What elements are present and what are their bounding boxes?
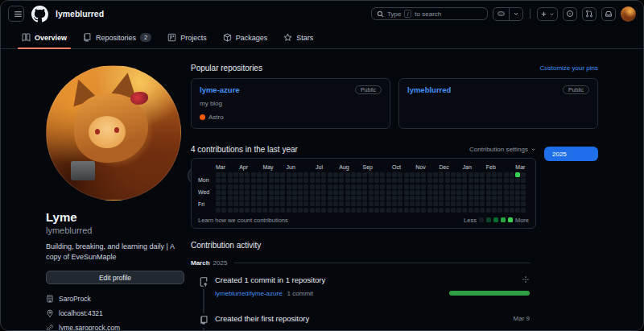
contribution-cell[interactable] <box>269 208 274 213</box>
contribution-cell[interactable] <box>275 196 279 201</box>
contribution-cell[interactable] <box>451 208 456 213</box>
contribution-cell[interactable] <box>410 208 415 213</box>
contribution-cell[interactable] <box>521 196 526 201</box>
contribution-cell[interactable] <box>445 201 450 206</box>
contribution-cell[interactable] <box>510 208 514 213</box>
contribution-cell[interactable] <box>427 184 432 189</box>
contribution-cell[interactable] <box>362 172 367 177</box>
contribution-cell[interactable] <box>427 178 432 183</box>
contribution-cell[interactable] <box>510 178 514 183</box>
contribution-cell[interactable] <box>392 190 397 195</box>
contribution-cell[interactable] <box>474 184 479 189</box>
contribution-cell[interactable] <box>404 178 409 183</box>
contribution-cell[interactable] <box>380 190 385 195</box>
contribution-cell[interactable] <box>445 190 450 195</box>
contribution-cell[interactable] <box>275 201 279 206</box>
contribution-cell[interactable] <box>433 172 438 177</box>
contribution-cell[interactable] <box>410 172 415 177</box>
contribution-cell[interactable] <box>374 201 379 206</box>
contribution-cell[interactable] <box>328 201 332 206</box>
contribution-cell[interactable] <box>421 184 426 189</box>
contribution-cell[interactable] <box>480 184 485 189</box>
contribution-cell[interactable] <box>451 196 456 201</box>
contribution-cell[interactable] <box>369 172 374 177</box>
contribution-cell[interactable] <box>369 196 374 201</box>
contribution-cell[interactable] <box>521 208 526 213</box>
contribution-cell[interactable] <box>362 208 367 213</box>
contribution-cell[interactable] <box>445 196 450 201</box>
contribution-cell[interactable] <box>486 190 491 195</box>
contribution-cell[interactable] <box>280 172 285 177</box>
contribution-cell[interactable] <box>521 201 526 206</box>
contribution-cell[interactable] <box>404 208 409 213</box>
contribution-cell[interactable] <box>362 196 367 201</box>
contribution-cell[interactable] <box>310 201 315 206</box>
contribution-cell[interactable] <box>351 196 356 201</box>
contribution-cell[interactable] <box>292 172 297 177</box>
contribution-cell[interactable] <box>462 190 467 195</box>
contribution-cell[interactable] <box>216 208 221 213</box>
contribution-cell[interactable] <box>245 178 250 183</box>
contribution-cell[interactable] <box>269 201 274 206</box>
contribution-cell[interactable] <box>439 184 444 189</box>
contribution-cell[interactable] <box>228 172 233 177</box>
contribution-cell[interactable] <box>251 201 256 206</box>
contribution-settings-dropdown[interactable]: Contribution settings <box>469 146 536 153</box>
contribution-cell[interactable] <box>251 184 256 189</box>
learn-contributions-link[interactable]: Learn how we count contributions <box>198 217 288 224</box>
contribution-cell[interactable] <box>486 172 491 177</box>
contribution-cell[interactable] <box>474 178 479 183</box>
contribution-cell[interactable] <box>480 196 485 201</box>
contribution-cell[interactable] <box>469 190 473 195</box>
customize-pins-link[interactable]: Customize your pins <box>540 64 598 72</box>
contribution-cell[interactable] <box>321 190 326 195</box>
contribution-cell[interactable] <box>474 172 479 177</box>
contribution-cell[interactable] <box>480 190 485 195</box>
contribution-cell[interactable] <box>510 172 514 177</box>
contribution-cell[interactable] <box>410 184 415 189</box>
contribution-cell[interactable] <box>427 196 432 201</box>
contribution-cell[interactable] <box>245 172 250 177</box>
contribution-cell[interactable] <box>410 190 415 195</box>
contribution-cell[interactable] <box>310 208 315 213</box>
contribution-cell[interactable] <box>245 208 250 213</box>
tab-packages[interactable]: Packages <box>223 27 268 48</box>
contribution-cell[interactable] <box>469 178 473 183</box>
contribution-cell[interactable] <box>392 201 397 206</box>
contribution-cell[interactable] <box>427 190 432 195</box>
contribution-cell[interactable] <box>345 196 350 201</box>
contribution-cell[interactable] <box>415 178 420 183</box>
contribution-cell[interactable] <box>316 196 320 201</box>
contribution-cell[interactable] <box>262 208 267 213</box>
contribution-cell[interactable] <box>439 178 444 183</box>
contribution-cell[interactable] <box>303 196 308 201</box>
contribution-cell[interactable] <box>292 201 297 206</box>
contribution-cell[interactable] <box>262 196 267 201</box>
contribution-cell[interactable] <box>486 184 491 189</box>
contribution-cell[interactable] <box>292 208 297 213</box>
contribution-cell[interactable] <box>275 184 279 189</box>
pull-requests-button[interactable] <box>582 7 597 21</box>
contribution-cell[interactable] <box>504 196 509 201</box>
contribution-cell[interactable] <box>480 208 485 213</box>
contribution-cell[interactable] <box>233 196 238 201</box>
contribution-cell[interactable] <box>269 172 274 177</box>
contribution-cell[interactable] <box>369 208 374 213</box>
contribution-cell[interactable] <box>510 184 514 189</box>
contribution-cell[interactable] <box>339 172 344 177</box>
contribution-cell[interactable] <box>328 196 332 201</box>
contribution-cell[interactable] <box>421 201 426 206</box>
contribution-cell[interactable] <box>486 201 491 206</box>
contribution-cell[interactable] <box>386 196 391 201</box>
contribution-cell[interactable] <box>216 184 221 189</box>
contribution-cell[interactable] <box>228 190 233 195</box>
contribution-cell[interactable] <box>245 184 250 189</box>
contribution-cell[interactable] <box>427 201 432 206</box>
contribution-cell[interactable] <box>510 201 514 206</box>
create-new-button[interactable] <box>537 7 558 21</box>
contribution-cell[interactable] <box>480 172 485 177</box>
contribution-cell[interactable] <box>469 172 473 177</box>
contribution-cell[interactable] <box>515 208 520 213</box>
contribution-cell[interactable] <box>439 201 444 206</box>
contribution-cell[interactable] <box>369 190 374 195</box>
